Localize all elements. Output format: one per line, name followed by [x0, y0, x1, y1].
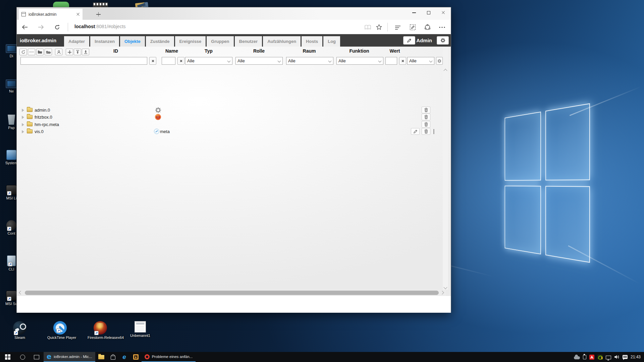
forward-button[interactable]: [36, 22, 46, 33]
expand-arrow-icon[interactable]: [22, 116, 24, 119]
movies-tv-button[interactable]: [130, 352, 142, 362]
object-row-fritzbox0[interactable]: fritzbox.0: [17, 114, 443, 121]
download-button[interactable]: [82, 49, 89, 55]
chevron-down-icon: [429, 59, 433, 63]
filter-settings-button[interactable]: [436, 57, 443, 65]
document-app-icon: ↗: [7, 255, 16, 266]
browser-addressbar: localhost:8081/#objects: [17, 20, 451, 34]
favorites-star-button[interactable]: [374, 22, 384, 33]
taskbar-edge-task[interactable]: e ioBroker.admin - Mic...: [44, 352, 95, 362]
upload-button[interactable]: [74, 49, 81, 55]
collapse-all-button[interactable]: [36, 49, 44, 55]
delete-object-button[interactable]: [422, 107, 430, 113]
object-id: fritzbox.0: [35, 115, 52, 120]
vertical-scrollbar[interactable]: [443, 47, 448, 290]
wert-mode-select[interactable]: Alle: [407, 57, 434, 65]
scrollbar-thumb[interactable]: [25, 291, 439, 295]
url-field[interactable]: localhost:8081/#objects: [74, 24, 126, 29]
more-options-button[interactable]: [437, 22, 447, 33]
delete-object-button[interactable]: [422, 114, 430, 120]
share-button[interactable]: [422, 22, 433, 33]
desktop-icon-quicktime[interactable]: ↗ QuickTime Player: [47, 321, 73, 340]
refresh-tree-button[interactable]: [19, 49, 27, 55]
maximize-button[interactable]: [421, 7, 436, 18]
column-header-funktion: Funktion: [349, 48, 369, 54]
tab-instanzen[interactable]: Instanzen: [90, 36, 119, 47]
expand-arrow-icon[interactable]: [22, 109, 24, 112]
name-filter-input[interactable]: [162, 57, 175, 65]
settings-gear-button[interactable]: [437, 36, 449, 45]
back-button[interactable]: [19, 22, 30, 33]
avira-icon[interactable]: [589, 355, 594, 360]
object-name: meta: [160, 129, 170, 134]
tab-hosts[interactable]: Hosts: [302, 36, 322, 47]
reading-view-button[interactable]: [362, 22, 373, 33]
start-button[interactable]: [0, 352, 15, 362]
nvidia-icon[interactable]: [597, 355, 603, 359]
internet-explorer-button[interactable]: e: [119, 352, 130, 362]
action-center-icon[interactable]: [623, 355, 628, 359]
delete-object-button[interactable]: [422, 128, 430, 135]
edit-object-button[interactable]: [411, 128, 420, 135]
tab-log[interactable]: Log: [323, 36, 340, 47]
hub-button[interactable]: [392, 22, 403, 33]
object-row-admin0[interactable]: admin.0: [17, 107, 443, 114]
scroll-left-icon[interactable]: [19, 291, 22, 294]
tab-close-icon[interactable]: [76, 12, 80, 16]
tab-ereignisse[interactable]: Ereignisse: [175, 36, 206, 47]
close-button[interactable]: [436, 7, 451, 18]
typ-filter-select[interactable]: Alle: [185, 57, 232, 65]
tab-aufzaehlungen[interactable]: Aufzählungen: [263, 36, 301, 47]
cortana-button[interactable]: [15, 352, 30, 362]
task-view-button[interactable]: [30, 352, 44, 362]
clear-id-filter-button[interactable]: [149, 57, 156, 65]
horizontal-scrollbar[interactable]: [17, 290, 446, 296]
store-button[interactable]: [107, 352, 119, 362]
delete-object-button[interactable]: [422, 121, 430, 128]
onedrive-cloud-icon[interactable]: [574, 356, 580, 359]
funktion-filter-select[interactable]: Alle: [336, 57, 383, 65]
add-object-button[interactable]: [66, 49, 73, 55]
taskbar-clock[interactable]: 21:43: [631, 355, 641, 359]
app-brand: ioBroker.admin: [20, 34, 56, 47]
volume-icon[interactable]: [614, 355, 620, 359]
rolle-filter-select[interactable]: Alle: [235, 57, 283, 65]
edit-user-button[interactable]: [403, 36, 415, 45]
usb-device-icon[interactable]: [583, 355, 586, 359]
recycle-bin-icon: [7, 115, 16, 125]
desktop-icon-steam[interactable]: ↗ Steam: [7, 321, 33, 340]
id-filter-input[interactable]: [20, 57, 147, 65]
minimize-button[interactable]: [407, 7, 421, 18]
scroll-right-icon[interactable]: [440, 291, 444, 294]
tab-gruppen[interactable]: Gruppen: [207, 36, 233, 47]
tab-objekte[interactable]: Objekte: [120, 36, 145, 47]
desktop-icon-unbenannt1[interactable]: Unbenannt1: [127, 321, 153, 338]
expert-mode-button[interactable]: [55, 49, 62, 55]
object-row-hm-rpc-meta[interactable]: hm-rpc.meta: [17, 121, 443, 128]
expand-all-button[interactable]: [45, 49, 52, 55]
file-explorer-icon: [98, 355, 104, 359]
browser-tab[interactable]: ioBroker.admin: [19, 9, 83, 20]
scroll-up-icon[interactable]: [443, 69, 447, 72]
list-view-button[interactable]: [28, 49, 35, 55]
column-header-raum: Raum: [303, 48, 316, 54]
file-explorer-button[interactable]: [95, 352, 107, 362]
desktop-icon-firestorm[interactable]: ↗ Firestorm-Releasex64: [88, 321, 113, 340]
clear-name-filter-button[interactable]: [177, 57, 184, 65]
taskbar-opera-task[interactable]: Probleme eines anfän...: [142, 352, 196, 362]
web-note-button[interactable]: [407, 22, 418, 33]
scroll-down-icon[interactable]: [443, 285, 447, 289]
tab-adapter[interactable]: Adapter: [64, 36, 89, 47]
network-icon[interactable]: [606, 356, 611, 359]
clear-wert-filter-button[interactable]: [399, 57, 406, 65]
expand-arrow-icon[interactable]: [22, 130, 24, 133]
object-row-vis0[interactable]: vis.0 meta: [17, 128, 443, 135]
tab-benutzer[interactable]: Benutzer: [235, 36, 262, 47]
expand-arrow-icon[interactable]: [22, 123, 24, 126]
refresh-button[interactable]: [52, 22, 62, 33]
new-tab-button[interactable]: [85, 9, 111, 20]
tab-zustaende[interactable]: Zustände: [146, 36, 174, 47]
store-bag-icon: [111, 356, 115, 360]
raum-filter-select[interactable]: Alle: [286, 57, 333, 65]
wert-filter-input[interactable]: [385, 57, 397, 65]
